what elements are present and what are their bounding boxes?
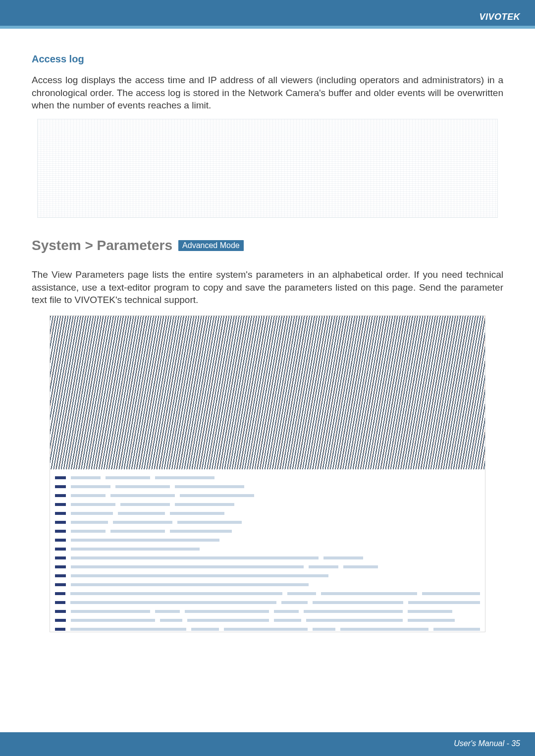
param-row bbox=[55, 607, 480, 616]
param-pill bbox=[71, 556, 319, 559]
page-header: VIVOTEK bbox=[0, 0, 535, 29]
access-log-paragraph: Access log displays the access time and … bbox=[32, 74, 503, 112]
param-pill bbox=[71, 539, 219, 542]
param-pill bbox=[71, 494, 106, 497]
param-row bbox=[55, 598, 480, 607]
parameters-screenshot bbox=[50, 315, 485, 632]
param-pill bbox=[71, 583, 309, 586]
param-pill bbox=[120, 503, 170, 506]
param-pill bbox=[115, 485, 170, 488]
param-pill bbox=[274, 619, 301, 622]
param-pill bbox=[155, 610, 180, 613]
param-row bbox=[55, 562, 480, 571]
brand-label: VIVOTEK bbox=[479, 12, 520, 22]
param-pill bbox=[281, 601, 308, 604]
param-row bbox=[55, 589, 480, 598]
param-pill bbox=[408, 601, 480, 604]
param-pill bbox=[71, 548, 200, 551]
param-pill bbox=[71, 503, 115, 506]
param-pill bbox=[71, 521, 108, 524]
param-pill bbox=[70, 592, 282, 595]
param-pill bbox=[71, 530, 106, 533]
param-pill bbox=[224, 628, 308, 631]
param-pill bbox=[287, 592, 316, 595]
param-pill bbox=[155, 476, 214, 479]
param-row bbox=[55, 527, 480, 536]
param-row bbox=[55, 491, 480, 500]
param-pill bbox=[175, 503, 234, 506]
param-row bbox=[55, 536, 480, 545]
param-row bbox=[55, 509, 480, 518]
param-pill bbox=[110, 494, 175, 497]
param-pill bbox=[321, 592, 417, 595]
param-row bbox=[55, 473, 480, 482]
page-footer: User's Manual - 35 bbox=[0, 732, 535, 756]
param-row bbox=[55, 616, 480, 625]
parameters-figure-list bbox=[50, 470, 485, 632]
param-pill bbox=[408, 610, 452, 613]
param-pill bbox=[340, 628, 428, 631]
param-pill bbox=[343, 565, 378, 568]
param-pill bbox=[177, 521, 242, 524]
param-row bbox=[55, 500, 480, 509]
param-pill bbox=[175, 485, 244, 488]
advanced-mode-badge: Advanced Mode bbox=[178, 240, 244, 251]
param-pill bbox=[274, 610, 299, 613]
param-pill bbox=[191, 628, 219, 631]
param-row bbox=[55, 554, 480, 562]
param-pill bbox=[323, 556, 363, 559]
param-pill bbox=[110, 530, 165, 533]
param-row bbox=[55, 482, 480, 491]
param-pill bbox=[71, 610, 150, 613]
param-pill bbox=[306, 619, 403, 622]
param-pill bbox=[422, 592, 480, 595]
param-pill bbox=[304, 610, 403, 613]
param-pill bbox=[313, 628, 336, 631]
param-pill bbox=[160, 619, 182, 622]
param-pill bbox=[118, 512, 165, 515]
param-pill bbox=[71, 574, 328, 577]
param-pill bbox=[170, 512, 224, 515]
param-row bbox=[55, 518, 480, 527]
param-pill bbox=[180, 494, 254, 497]
parameters-figure-top bbox=[50, 316, 485, 469]
param-row bbox=[55, 571, 480, 580]
access-log-heading: Access log bbox=[32, 53, 503, 65]
param-pill bbox=[170, 530, 232, 533]
content-area: Access log Access log displays the acces… bbox=[0, 29, 535, 632]
param-pill bbox=[71, 485, 110, 488]
param-pill bbox=[408, 619, 455, 622]
param-pill bbox=[106, 476, 150, 479]
access-log-screenshot bbox=[37, 119, 498, 218]
param-pill bbox=[185, 610, 269, 613]
param-row bbox=[55, 545, 480, 554]
param-pill bbox=[70, 628, 186, 631]
param-pill bbox=[187, 619, 269, 622]
footer-label: User's Manual - 35 bbox=[454, 739, 520, 748]
param-pill bbox=[71, 476, 101, 479]
parameters-breadcrumb: System > Parameters bbox=[32, 238, 172, 253]
param-row bbox=[55, 580, 480, 589]
param-pill bbox=[71, 619, 155, 622]
param-pill bbox=[309, 565, 338, 568]
param-row bbox=[55, 625, 480, 632]
param-pill bbox=[433, 628, 480, 631]
parameters-paragraph: The View Parameters page lists the entir… bbox=[32, 268, 503, 306]
param-pill bbox=[71, 512, 113, 515]
parameters-heading-row: System > Parameters Advanced Mode bbox=[32, 238, 503, 253]
param-pill bbox=[313, 601, 404, 604]
param-pill bbox=[71, 565, 304, 568]
param-pill bbox=[113, 521, 172, 524]
param-pill bbox=[70, 601, 276, 604]
